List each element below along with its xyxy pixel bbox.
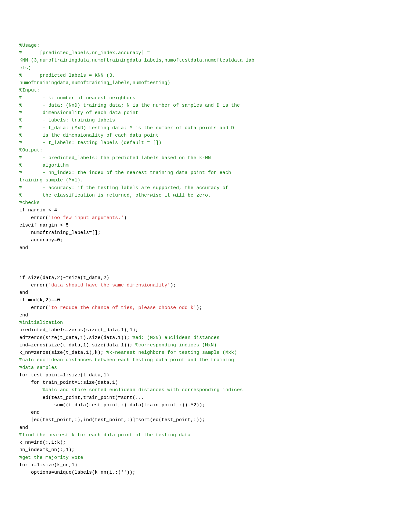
code-container: %Usage: % [predicted_labels,nn_index,acc… [19, 19, 392, 476]
